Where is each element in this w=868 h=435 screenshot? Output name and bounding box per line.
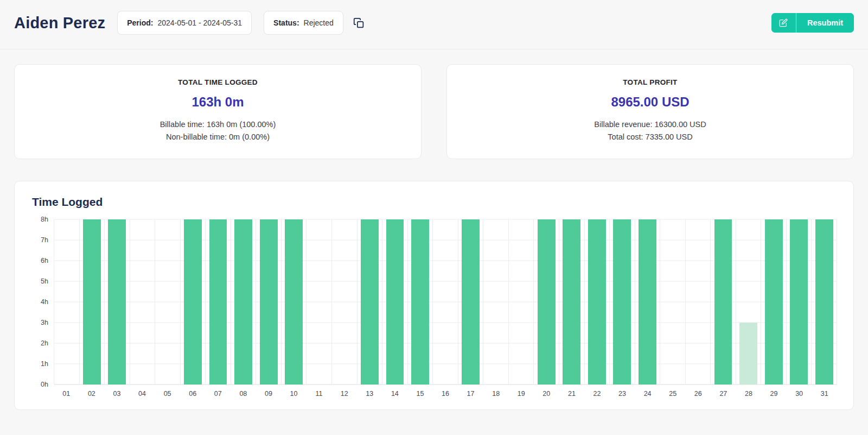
- copy-icon[interactable]: [353, 17, 365, 29]
- chart-column: [206, 219, 231, 384]
- header-divider: [0, 49, 868, 49]
- chart-column: [509, 219, 534, 384]
- x-tick-label: 25: [660, 390, 686, 398]
- chart-bar[interactable]: [361, 219, 379, 384]
- y-tick-label: 2h: [41, 339, 48, 347]
- chart-column: [761, 219, 787, 384]
- chart-column: [358, 219, 383, 384]
- x-tick-label: 10: [281, 390, 307, 398]
- x-tick-label: 18: [483, 390, 509, 398]
- chart-column: [231, 219, 257, 384]
- chart-column: [382, 219, 408, 384]
- chart-column: [80, 219, 105, 384]
- chart-bar[interactable]: [714, 219, 732, 384]
- chart-column: [559, 219, 585, 384]
- chart-bar[interactable]: [563, 219, 580, 384]
- x-tick-label: 28: [736, 390, 762, 398]
- chart-column: [610, 219, 635, 384]
- chart-bar[interactable]: [765, 219, 783, 384]
- billable-revenue-line: Billable revenue: 16300.00 USD: [458, 118, 843, 131]
- period-value: 2024-05-01 - 2024-05-31: [157, 18, 242, 27]
- chart-bar[interactable]: [184, 219, 202, 384]
- chart-y-axis: 0h1h2h3h4h5h6h7h8h: [29, 219, 54, 384]
- y-tick-label: 3h: [41, 319, 48, 326]
- y-tick-label: 0h: [41, 381, 48, 388]
- chart-column: [181, 219, 206, 384]
- total-profit-value: 8965.00 USD: [458, 94, 843, 110]
- chart-column: [660, 219, 686, 384]
- billable-time-line: Billable time: 163h 0m (100.00%): [25, 118, 410, 131]
- chart-bar[interactable]: [588, 219, 606, 384]
- resubmit-button[interactable]: Resubmit: [796, 13, 854, 33]
- period-label: Period:: [127, 18, 153, 27]
- timesheet-page: Aiden Perez Period: 2024-05-01 - 2024-05…: [0, 0, 868, 423]
- chart-plot-area: 0102030405060708091011121314151617181920…: [54, 219, 837, 401]
- chart-column: [408, 219, 433, 384]
- chart-bar[interactable]: [260, 219, 278, 384]
- x-tick-label: 23: [610, 390, 635, 398]
- total-time-card: TOTAL TIME LOGGED 163h 0m Billable time:…: [14, 64, 422, 159]
- chart-column: [105, 219, 130, 384]
- x-tick-label: 13: [357, 390, 382, 398]
- chart-column: [130, 219, 156, 384]
- chart-bar[interactable]: [285, 219, 303, 384]
- chart-bar[interactable]: [411, 219, 429, 384]
- chart-columns: [54, 219, 837, 384]
- chart-bar[interactable]: [790, 219, 808, 384]
- y-tick-label: 7h: [41, 236, 48, 244]
- status-label: Status:: [273, 18, 299, 27]
- chart-column: [711, 219, 736, 384]
- x-tick-label: 11: [307, 390, 332, 398]
- x-tick-label: 20: [534, 390, 559, 398]
- x-tick-label: 05: [155, 390, 180, 398]
- chart-column: [458, 219, 484, 384]
- x-tick-label: 30: [787, 390, 812, 398]
- x-tick-label: 06: [180, 390, 206, 398]
- total-profit-card: TOTAL PROFIT 8965.00 USD Billable revenu…: [446, 64, 854, 159]
- chart-bar[interactable]: [386, 219, 404, 384]
- header: Aiden Perez Period: 2024-05-01 - 2024-05…: [14, 11, 854, 35]
- chart-bar[interactable]: [108, 219, 126, 384]
- chart-bar[interactable]: [538, 219, 556, 384]
- y-tick-label: 6h: [41, 257, 48, 264]
- resubmit-button-group: Resubmit: [771, 13, 854, 33]
- x-tick-label: 14: [382, 390, 408, 398]
- chart-bar[interactable]: [739, 323, 757, 384]
- summary-cards: TOTAL TIME LOGGED 163h 0m Billable time:…: [14, 64, 854, 159]
- y-tick-label: 5h: [41, 278, 48, 285]
- chart-bar[interactable]: [613, 219, 631, 384]
- non-billable-time-line: Non-billable time: 0m (0.00%): [25, 131, 410, 143]
- status-value: Rejected: [304, 18, 334, 27]
- chart-column: [155, 219, 181, 384]
- page-title: Aiden Perez: [14, 14, 105, 32]
- x-tick-label: 22: [584, 390, 610, 398]
- total-time-value: 163h 0m: [25, 94, 410, 110]
- x-tick-label: 29: [761, 390, 787, 398]
- x-tick-label: 26: [686, 390, 711, 398]
- x-tick-label: 27: [711, 390, 736, 398]
- chart-column: [585, 219, 610, 384]
- chart-column: [332, 219, 358, 384]
- chart-column: [686, 219, 711, 384]
- x-tick-label: 08: [231, 390, 256, 398]
- edit-button[interactable]: [771, 13, 796, 33]
- chart-column: [736, 219, 762, 384]
- x-tick-label: 07: [205, 390, 231, 398]
- chart-bar[interactable]: [639, 219, 656, 384]
- card-title: TOTAL PROFIT: [458, 78, 843, 86]
- chart-column: [282, 219, 307, 384]
- total-cost-line: Total cost: 7335.00 USD: [458, 131, 843, 143]
- chart-bar[interactable]: [815, 219, 833, 384]
- x-tick-label: 24: [635, 390, 660, 398]
- time-logged-chart: 0h1h2h3h4h5h6h7h8h 010203040506070809101…: [29, 219, 837, 401]
- chart-bar[interactable]: [234, 219, 252, 384]
- status-box: Status: Rejected: [264, 11, 343, 35]
- x-tick-label: 21: [559, 390, 585, 398]
- chart-column: [812, 219, 837, 384]
- y-tick-label: 1h: [41, 360, 48, 368]
- x-tick-label: 01: [54, 390, 79, 398]
- y-tick-label: 8h: [41, 216, 48, 223]
- chart-bar[interactable]: [462, 219, 480, 384]
- chart-bar[interactable]: [209, 219, 227, 384]
- chart-bar[interactable]: [83, 219, 101, 384]
